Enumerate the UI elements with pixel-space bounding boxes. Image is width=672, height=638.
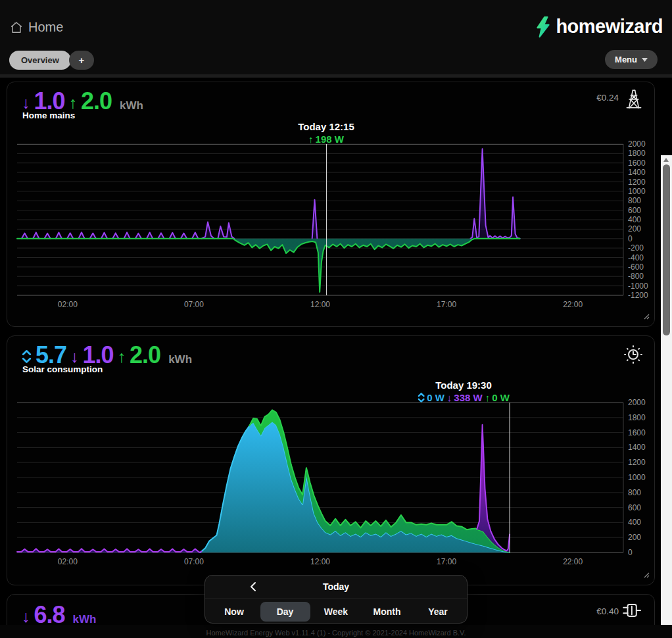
svg-text:-400: -400	[628, 253, 644, 262]
card-home-mains: ↓ 1.0 ↑ 2.0 kWh €0.24 Home mains	[7, 82, 655, 327]
tooltip-time: Today 19:30	[418, 379, 510, 391]
svg-text:1800: 1800	[628, 149, 646, 158]
export-kwh-value: 2.0	[81, 87, 112, 115]
updown-icon	[418, 392, 425, 403]
scrollbar[interactable]	[661, 155, 672, 625]
svg-text:200: 200	[628, 533, 641, 542]
svg-text:1000: 1000	[628, 473, 646, 482]
period-tabs: Now Day Week Month Year	[205, 599, 467, 624]
homewizard-logo: homewizard	[535, 16, 663, 37]
svg-text:-1200: -1200	[628, 291, 648, 300]
period-title: Today	[205, 581, 467, 592]
arrow-up-icon: ↑	[69, 93, 78, 112]
scrollbar-thumb[interactable]	[663, 164, 670, 335]
arrow-down-icon: ↓	[22, 93, 30, 112]
svg-text:1200: 1200	[628, 178, 646, 187]
svg-text:02:00: 02:00	[58, 300, 78, 309]
svg-text:12:00: 12:00	[310, 557, 330, 566]
app-header: Home homewizard Overview + Menu	[0, 0, 672, 74]
kwh-unit-label: kWh	[168, 353, 192, 366]
sun-clock-icon	[621, 343, 645, 369]
breadcrumb[interactable]: Home	[9, 20, 63, 35]
chart-tooltip: Today 19:30 0 W ↓ 338 W ↑	[418, 379, 510, 404]
svg-text:0: 0	[628, 234, 633, 243]
dashboard-content: ↓ 1.0 ↑ 2.0 kWh €0.24 Home mains	[0, 78, 672, 625]
scroll-up-icon[interactable]	[663, 158, 669, 162]
overview-tab-button[interactable]: Overview	[9, 51, 71, 70]
export-kwh-value: 2.0	[130, 341, 160, 369]
svg-text:2000: 2000	[628, 398, 646, 407]
svg-text:-800: -800	[628, 272, 644, 281]
svg-text:600: 600	[628, 503, 641, 512]
add-dashboard-button[interactable]: +	[69, 51, 94, 70]
svg-text:800: 800	[628, 196, 641, 205]
svg-text:1600: 1600	[628, 159, 646, 168]
svg-text:17:00: 17:00	[437, 557, 456, 566]
tab-day[interactable]: Day	[260, 602, 310, 622]
svg-text:0: 0	[628, 548, 633, 557]
plug-icon	[621, 601, 645, 622]
card-solar-consumption: 5.7 ↓ 1.0 ↑ 2.0 kWh Solar consumption	[7, 335, 655, 585]
svg-text:1200: 1200	[628, 458, 646, 467]
svg-text:22:00: 22:00	[563, 557, 583, 566]
footer-text: HomeWizard Energy Web v1.11.4 (1) - Copy…	[206, 629, 466, 637]
svg-text:1400: 1400	[628, 443, 646, 452]
svg-text:1800: 1800	[628, 413, 646, 422]
cost-value: €0.24	[596, 93, 619, 103]
logo-text: homewizard	[556, 16, 663, 37]
card3-headline: ↓ 6.8 kWh	[22, 601, 96, 625]
card-title: Solar consumption	[22, 364, 103, 374]
svg-text:-1000: -1000	[628, 282, 648, 291]
svg-text:-200: -200	[628, 243, 644, 253]
svg-text:07:00: 07:00	[184, 557, 204, 566]
home-mains-chart[interactable]: 2000180016001400120010008006004002000-20…	[17, 144, 661, 316]
breadcrumb-label: Home	[28, 20, 63, 35]
resize-handle-icon[interactable]	[642, 569, 650, 581]
resize-handle-icon[interactable]	[642, 310, 650, 322]
svg-text:1400: 1400	[628, 168, 646, 177]
tooltip-time: Today 12:15	[298, 120, 354, 133]
svg-text:-600: -600	[628, 262, 644, 272]
app-window: Home homewizard Overview + Menu ↓	[0, 0, 672, 638]
svg-text:2000: 2000	[628, 139, 646, 149]
app-footer: HomeWizard Energy Web v1.11.4 (1) - Copy…	[0, 625, 672, 638]
caret-down-icon	[642, 58, 648, 62]
tab-now[interactable]: Now	[209, 602, 259, 622]
tab-month[interactable]: Month	[362, 602, 412, 622]
svg-text:400: 400	[628, 518, 641, 527]
svg-text:22:00: 22:00	[563, 300, 583, 309]
svg-text:12:00: 12:00	[310, 300, 330, 309]
svg-text:200: 200	[628, 224, 641, 233]
tab-year[interactable]: Year	[413, 602, 463, 622]
cost-value: €0.40	[596, 606, 619, 616]
menu-button[interactable]: Menu	[605, 50, 658, 69]
svg-text:1000: 1000	[628, 187, 646, 196]
arrow-up-icon: ↑	[118, 347, 126, 366]
svg-text:07:00: 07:00	[184, 300, 204, 309]
period-panel: Today Now Day Week Month Year	[204, 575, 468, 624]
bolt-icon	[535, 16, 552, 37]
kwh-unit-label: kWh	[120, 99, 143, 112]
svg-text:17:00: 17:00	[437, 300, 456, 309]
kwh-unit-label: kWh	[73, 613, 97, 625]
solar-consumption-chart[interactable]: 200018001600140012001000800600400200002:…	[17, 403, 661, 574]
arrow-down-icon: ↓	[22, 607, 30, 625]
card-title: Home mains	[22, 110, 75, 120]
period-header: Today	[205, 576, 467, 599]
svg-text:02:00: 02:00	[58, 557, 78, 566]
tab-week[interactable]: Week	[311, 602, 361, 622]
transmission-tower-icon	[623, 86, 645, 114]
chart-tooltip: Today 12:15 ↑ 198 W	[298, 120, 354, 145]
arrow-down-icon: ↓	[70, 347, 79, 366]
house-icon	[9, 20, 24, 35]
svg-text:400: 400	[628, 215, 641, 224]
consumption-kwh-value: 6.8	[34, 601, 65, 625]
svg-text:600: 600	[628, 206, 641, 215]
svg-text:1600: 1600	[628, 428, 646, 437]
menu-label: Menu	[615, 55, 637, 64]
svg-text:800: 800	[628, 488, 641, 497]
